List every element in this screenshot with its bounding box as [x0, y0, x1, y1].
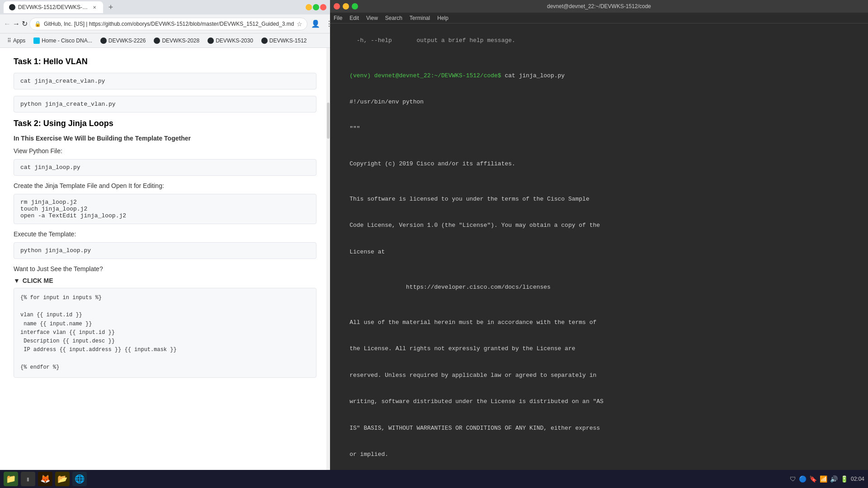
- chrome-icon-symbol: 🌐: [75, 474, 85, 484]
- terminal-window-controls: [334, 3, 358, 9]
- github-favicon-2028: [154, 38, 160, 44]
- tab-favicon: [9, 4, 15, 10]
- forward-button[interactable]: →: [13, 18, 20, 30]
- terminal-content[interactable]: -h, --help output a brief help message. …: [330, 23, 868, 488]
- volume-tray-icon[interactable]: 🔊: [830, 475, 838, 483]
- terminal-window: devnet@devnet_22:~/DEVWKS-1512/code File…: [330, 0, 868, 488]
- shield-tray-icon[interactable]: 🛡: [790, 475, 796, 483]
- bookmark-devwks-2028-label: DEVWKS-2028: [162, 38, 199, 44]
- terminal-menu-help[interactable]: Help: [437, 15, 448, 21]
- system-clock: 02:04: [851, 476, 864, 482]
- scrollbar[interactable]: [326, 48, 330, 488]
- collapse-section: ▼ CLICK ME {% for input in inputs %}vlan…: [14, 277, 316, 378]
- system-tray: 🛡 🔵 🔖 📶 🔊 🔋 02:04: [790, 475, 864, 483]
- terminal-line-license5: reserved. Unless required by applicable …: [349, 372, 596, 379]
- code-block-5: python jinja_loop.py: [14, 242, 316, 259]
- terminal-maximize-button[interactable]: [352, 3, 358, 9]
- address-text: GitHub, Inc. [US] | https://github.com/o…: [44, 21, 294, 27]
- page-content: Task 1: Hello VLAN cat jinja_create_vlan…: [0, 48, 330, 488]
- folder-icon-symbol: 📂: [57, 474, 67, 484]
- profile-icon[interactable]: 👤: [309, 18, 322, 30]
- reload-button[interactable]: ↻: [22, 18, 28, 30]
- code-block-2: python jinja_create_vlan.py: [14, 96, 316, 113]
- minimize-button[interactable]: [306, 4, 312, 10]
- bookmark-devwks-2030[interactable]: DEVWKS-2030: [204, 36, 257, 46]
- code-text-2: python jinja_create_vlan.py: [20, 101, 116, 108]
- collapse-header[interactable]: ▼ CLICK ME: [14, 277, 316, 284]
- taskbar-folder-icon[interactable]: 📂: [55, 472, 70, 486]
- terminal-line-license1: This software is licensed to you under t…: [349, 196, 590, 202]
- files-icon-symbol: 📁: [6, 474, 16, 484]
- bookmark-devwks-1512-label: DEVWKS-1512: [269, 38, 307, 44]
- terminal-title-bar: devnet@devnet_22:~/DEVWKS-1512/code: [330, 0, 868, 13]
- github-favicon-1512: [261, 38, 268, 44]
- new-tab-button[interactable]: +: [105, 1, 117, 13]
- taskbar: 📁 ▮ 🦊 📂 🌐 🛡 🔵 🔖 📶 🔊 🔋 02:04: [0, 470, 868, 488]
- view-python-label: View Python File:: [14, 147, 316, 155]
- bookmark-apps[interactable]: ⠿ Apps: [4, 36, 29, 46]
- browser-window: DEVWKS-1512/DEVWKS-1512_... ✕ + ← → ↻ 🔒 …: [0, 0, 330, 488]
- taskbar-browser-icon[interactable]: 🦊: [38, 472, 52, 486]
- code-text-5: python jinja_loop.py: [20, 247, 91, 254]
- back-button[interactable]: ←: [4, 18, 11, 30]
- terminal-line-docopen: """: [349, 125, 360, 132]
- terminal-line-license6: writing, software distributed under the …: [349, 398, 604, 405]
- bookmark-apps-label: Apps: [13, 38, 25, 44]
- collapse-content: {% for input in inputs %}vlan {{ input.i…: [14, 288, 316, 378]
- terminal-line-license8: or implied.: [349, 451, 388, 458]
- terminal-line-copyright: Copyright (c) 2019 Cisco and/or its affi…: [349, 160, 515, 167]
- code-line-1: rm jinja_loop.j2: [20, 199, 310, 206]
- bookmarks-bar: ⠿ Apps Home - Cisco DNA... DEVWKS-2226 D…: [0, 33, 330, 48]
- network-tray-icon[interactable]: 📶: [820, 475, 827, 483]
- terminal-line-license7: IS" BASIS, WITHOUT WARRANTIES OR CONDITI…: [349, 425, 600, 432]
- bookmark-devwks-2030-label: DEVWKS-2030: [216, 38, 253, 44]
- bookmarks-tray-icon[interactable]: 🔖: [809, 475, 817, 483]
- bookmark-star-icon[interactable]: ☆: [297, 20, 302, 28]
- taskbar-terminal-icon[interactable]: ▮: [21, 472, 35, 486]
- scrollbar-thumb[interactable]: [327, 103, 330, 139]
- terminal-menu-search[interactable]: Search: [385, 15, 402, 21]
- window-controls: [306, 4, 326, 10]
- terminal-line-license2: Code License, Version 1.0 (the "License"…: [349, 222, 600, 229]
- taskbar-chrome-icon[interactable]: 🌐: [72, 472, 87, 486]
- bluetooth-tray-icon[interactable]: 🔵: [799, 475, 807, 483]
- terminal-menu-view[interactable]: View: [366, 15, 378, 21]
- bookmark-devwks-2028[interactable]: DEVWKS-2028: [150, 36, 203, 46]
- terminal-menu: File Edit View Search Terminal Help: [330, 13, 868, 23]
- tab-title: DEVWKS-1512/DEVWKS-1512_...: [18, 4, 89, 10]
- terminal-close-button[interactable]: [334, 3, 340, 9]
- task1-title: Task 1: Hello VLAN: [14, 57, 316, 66]
- terminal-menu-edit[interactable]: Edit: [349, 15, 359, 21]
- terminal-help-output: -h, --help output a brief help message.: [349, 37, 515, 44]
- terminal-menu-terminal[interactable]: Terminal: [410, 15, 430, 21]
- bookmark-home-cisco-label: Home - Cisco DNA...: [42, 38, 92, 44]
- collapse-label: CLICK ME: [23, 277, 53, 284]
- battery-tray-icon[interactable]: 🔋: [840, 475, 848, 483]
- task2-title: Task 2: Using Jinja Loops: [14, 119, 316, 128]
- github-favicon-2030: [208, 38, 214, 44]
- code-block-4: rm jinja_loop.j2 touch jinja_loop.j2 ope…: [14, 194, 316, 224]
- close-button[interactable]: [320, 4, 326, 10]
- bookmark-devwks-2226[interactable]: DEVWKS-2226: [97, 36, 150, 46]
- browser-icon-symbol: 🦊: [40, 474, 50, 484]
- terminal-cmd-1: cat jinja_loop.py: [501, 72, 565, 79]
- terminal-minimize-button[interactable]: [343, 3, 349, 9]
- bookmark-home-cisco[interactable]: Home - Cisco DNA...: [30, 36, 95, 46]
- template-code: {% for input in inputs %}vlan {{ input.i…: [20, 295, 177, 371]
- bookmark-devwks-2226-label: DEVWKS-2226: [108, 38, 146, 44]
- terminal-line-license3: License at: [349, 249, 385, 255]
- active-tab[interactable]: DEVWKS-1512/DEVWKS-1512_... ✕: [4, 1, 103, 13]
- maximize-button[interactable]: [313, 4, 319, 10]
- terminal-menu-file[interactable]: File: [334, 15, 342, 21]
- tab-close-button[interactable]: ✕: [91, 4, 98, 10]
- browser-toolbar: ← → ↻ 🔒 GitHub, Inc. [US] | https://gith…: [0, 14, 330, 33]
- content-area: Task 1: Hello VLAN cat jinja_create_vlan…: [0, 48, 330, 488]
- taskbar-files-icon[interactable]: 📁: [4, 472, 18, 486]
- security-lock-icon: 🔒: [34, 21, 41, 27]
- code-line-2: touch jinja_loop.j2: [20, 206, 310, 212]
- code-block-1: cat jinja_create_vlan.py: [14, 73, 316, 89]
- bookmark-devwks-1512[interactable]: DEVWKS-1512: [258, 36, 311, 46]
- apps-grid-icon: ⠿: [7, 38, 11, 44]
- address-bar[interactable]: 🔒 GitHub, Inc. [US] | https://github.com…: [29, 18, 307, 30]
- title-bar: DEVWKS-1512/DEVWKS-1512_... ✕ +: [0, 0, 330, 14]
